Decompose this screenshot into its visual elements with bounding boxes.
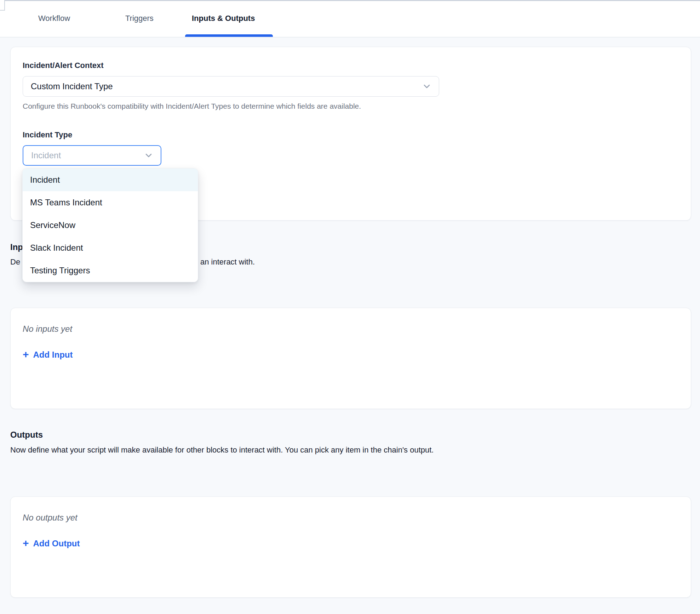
outputs-heading: Outputs	[10, 430, 43, 440]
plus-icon: +	[23, 349, 29, 360]
menu-item-testing-triggers[interactable]: Testing Triggers	[23, 259, 198, 282]
plus-icon: +	[23, 538, 29, 548]
tab-triggers[interactable]: Triggers	[125, 14, 154, 23]
incident-type-select[interactable]: Incident	[23, 145, 161, 166]
menu-item-slack-incident[interactable]: Slack Incident	[23, 237, 198, 259]
add-input-label: Add Input	[33, 350, 73, 360]
incident-type-placeholder: Incident	[31, 150, 61, 160]
window-top-edge	[5, 0, 700, 1]
tab-inputs-outputs[interactable]: Inputs & Outputs	[192, 14, 255, 23]
incident-type-dropdown-menu: Incident MS Teams Incident ServiceNow Sl…	[22, 168, 198, 282]
inputs-card: No inputs yet + Add Input	[10, 308, 691, 409]
incident-alert-context-label: Incident/Alert Context	[23, 61, 104, 70]
no-inputs-text: No inputs yet	[23, 324, 72, 334]
chevron-down-icon	[144, 150, 154, 160]
outputs-description: Now define what your script will make av…	[10, 445, 434, 455]
add-output-button[interactable]: + Add Output	[23, 538, 80, 549]
active-tab-underline	[185, 34, 273, 37]
outputs-card: No outputs yet + Add Output	[10, 496, 691, 598]
window-corner-notch	[0, 0, 5, 11]
add-input-button[interactable]: + Add Input	[23, 349, 73, 360]
chevron-down-icon	[422, 81, 432, 91]
menu-item-servicenow[interactable]: ServiceNow	[23, 214, 198, 237]
add-output-label: Add Output	[33, 539, 80, 548]
inputs-description-end: an interact with.	[200, 257, 255, 267]
inputs-description-start: De	[10, 257, 20, 267]
menu-item-ms-teams-incident[interactable]: MS Teams Incident	[23, 191, 198, 214]
incident-alert-context-value: Custom Incident Type	[31, 81, 113, 91]
incident-alert-context-select[interactable]: Custom Incident Type	[23, 76, 439, 97]
incident-type-label: Incident Type	[23, 130, 72, 140]
tab-bar: Workflow Triggers Inputs & Outputs	[0, 0, 700, 38]
no-outputs-text: No outputs yet	[23, 513, 78, 523]
menu-item-incident[interactable]: Incident	[23, 169, 198, 191]
tab-workflow[interactable]: Workflow	[38, 14, 70, 23]
context-helper-text: Configure this Runbook's compatibility w…	[23, 102, 361, 110]
